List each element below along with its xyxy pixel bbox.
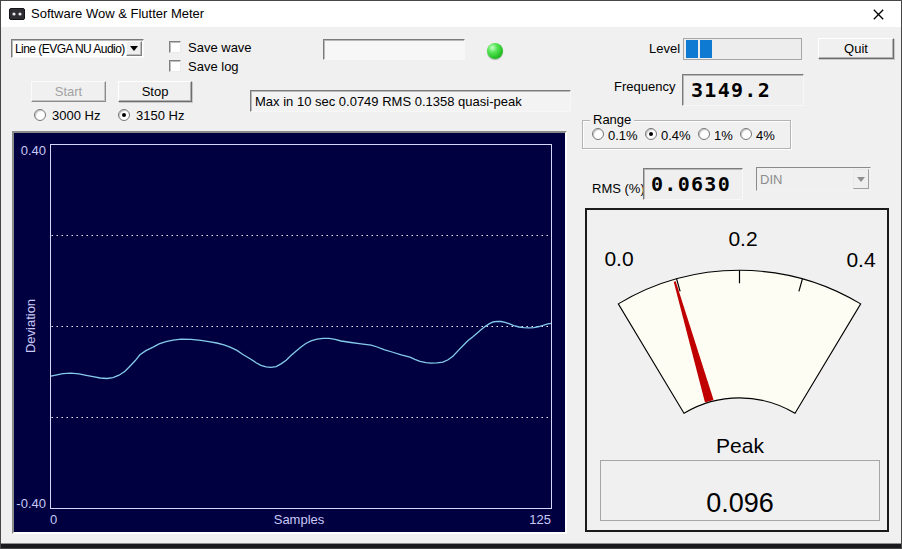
gauge-svg bbox=[589, 212, 889, 447]
x-tick-0: 0 bbox=[50, 512, 57, 527]
peak-meter-panel: 0.0 0.2 0.4 Peak 0.096 bbox=[585, 208, 889, 532]
frequency-label: Frequency bbox=[614, 79, 675, 94]
range-1-label: 1% bbox=[714, 128, 733, 143]
app-window: Software Wow & Flutter Meter Line (EVGA … bbox=[0, 0, 902, 549]
range-1-radio[interactable] bbox=[698, 128, 710, 140]
rms-display: 0.0630 bbox=[643, 168, 743, 200]
x-axis-title: Samples bbox=[274, 512, 325, 527]
range-0.1-label: 0.1% bbox=[608, 128, 638, 143]
weighting-dropdown[interactable]: DIN bbox=[756, 167, 871, 191]
freq-3150-label: 3150 Hz bbox=[136, 108, 184, 123]
x-tick-125: 125 bbox=[529, 512, 551, 527]
input-device-value: Line (EVGA NU Audio) bbox=[15, 40, 125, 57]
stop-button[interactable]: Stop bbox=[118, 81, 192, 102]
level-meter bbox=[683, 38, 802, 60]
input-device-dropdown-button[interactable] bbox=[126, 41, 142, 56]
app-icon bbox=[9, 6, 25, 22]
titlebar: Software Wow & Flutter Meter bbox=[1, 1, 901, 27]
quit-button[interactable]: Quit bbox=[818, 38, 894, 59]
rms-value: 0.0630 bbox=[651, 172, 731, 196]
level-label: Level bbox=[649, 41, 680, 56]
range-4-radio[interactable] bbox=[740, 128, 752, 140]
freq-3000-label: 3000 Hz bbox=[52, 108, 100, 123]
deviation-plot-panel: 0.40 -0.40 Deviation 0 Samples 125 bbox=[12, 131, 567, 534]
y-max-label: 0.40 bbox=[21, 143, 46, 158]
signal-led bbox=[487, 43, 503, 59]
peak-label: Peak bbox=[716, 434, 764, 458]
status-box: Max in 10 sec 0.0749 RMS 0.1358 quasi-pe… bbox=[250, 90, 571, 112]
range-0.4-radio[interactable] bbox=[645, 128, 657, 140]
range-4-label: 4% bbox=[756, 128, 775, 143]
save-log-label: Save log bbox=[188, 59, 239, 74]
freq-3000-radio[interactable] bbox=[34, 109, 46, 121]
frequency-display: 3149.2 bbox=[682, 74, 804, 106]
save-log-checkbox[interactable] bbox=[169, 60, 181, 72]
y-axis-title: Deviation bbox=[23, 299, 38, 353]
chevron-down-icon bbox=[130, 46, 138, 51]
input-device-dropdown[interactable]: Line (EVGA NU Audio) bbox=[11, 39, 144, 58]
save-wave-label: Save wave bbox=[188, 40, 252, 55]
close-button[interactable] bbox=[856, 1, 901, 27]
weighting-dropdown-button[interactable] bbox=[853, 169, 869, 189]
freq-3150-radio[interactable] bbox=[118, 109, 130, 121]
chevron-down-icon bbox=[857, 177, 865, 182]
weighting-value: DIN bbox=[760, 168, 852, 190]
filename-input[interactable] bbox=[323, 39, 465, 60]
window-bottom-edge bbox=[1, 543, 901, 548]
range-0.1-radio[interactable] bbox=[592, 128, 604, 140]
y-min-label: -0.40 bbox=[16, 496, 46, 511]
start-button[interactable]: Start bbox=[31, 81, 106, 102]
window-title: Software Wow & Flutter Meter bbox=[31, 1, 204, 27]
peak-value-box: 0.096 bbox=[600, 460, 880, 521]
close-icon bbox=[873, 9, 884, 20]
range-0.4-label: 0.4% bbox=[661, 128, 691, 143]
peak-value: 0.096 bbox=[601, 488, 879, 519]
rms-label: RMS (%) bbox=[592, 181, 645, 196]
range-group-label: Range bbox=[590, 113, 634, 126]
frequency-value: 3149.2 bbox=[691, 78, 771, 102]
save-wave-checkbox[interactable] bbox=[169, 41, 181, 53]
status-text: Max in 10 sec 0.0749 RMS 0.1358 quasi-pe… bbox=[255, 94, 522, 109]
level-meter-blocks bbox=[686, 40, 712, 58]
deviation-plot bbox=[14, 133, 565, 532]
